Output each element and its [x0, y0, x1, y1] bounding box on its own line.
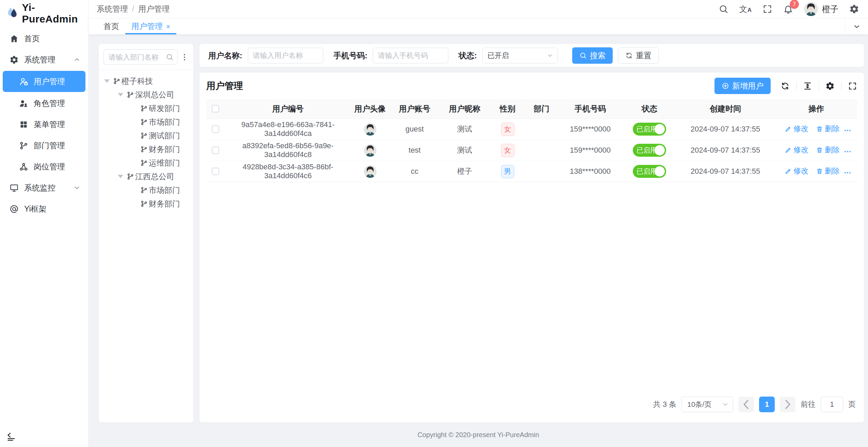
username-input[interactable]: [248, 48, 323, 63]
page-size-value: 10条/页: [687, 400, 711, 409]
row-checkbox[interactable]: [212, 125, 219, 133]
table-row: 9a57a4e8-e196-663a-7841-3a14dd60f4cagues…: [206, 119, 857, 140]
settings-gear-icon[interactable]: [849, 4, 859, 14]
breadcrumb-item[interactable]: 系统管理: [97, 4, 128, 14]
dept-icon: [140, 186, 148, 194]
gender-tag: 女: [501, 123, 514, 136]
add-user-button[interactable]: 新增用户: [714, 78, 771, 94]
tree-node-测试部门[interactable]: 测试部门: [103, 129, 189, 142]
select-all-checkbox[interactable]: [212, 105, 219, 112]
tree-node-深圳总公司[interactable]: 深圳总公司: [103, 88, 189, 102]
user-id-cell: 9a57a4e8-e196-663a-7841-3a14dd60f4ca: [225, 119, 351, 140]
delete-link[interactable]: 删除: [816, 166, 840, 176]
edit-link[interactable]: 修改: [785, 145, 808, 155]
status-toggle[interactable]: 已启用: [633, 123, 666, 136]
sidebar-item-label: 首页: [24, 33, 40, 44]
sidebar-item-系统管理[interactable]: 系统管理: [0, 49, 88, 70]
copyright-text: Copyright © 2020-present Yi-PureAdmin: [417, 431, 539, 439]
row-density-icon[interactable]: [803, 81, 812, 91]
search-icon[interactable]: [719, 4, 728, 14]
collapse-sidebar-icon[interactable]: [6, 431, 16, 442]
edit-link[interactable]: 修改: [785, 166, 808, 176]
tree-node-市场部门[interactable]: 市场部门: [103, 183, 189, 197]
tree-node-市场部门[interactable]: 市场部门: [103, 115, 189, 129]
tree-node-运维部门[interactable]: 运维部门: [103, 156, 189, 170]
tab-user-management[interactable]: 用户管理 ×: [125, 18, 176, 34]
translate-icon[interactable]: 文A: [739, 5, 752, 13]
next-page-button[interactable]: [780, 397, 795, 412]
user-account-cell: test: [389, 140, 440, 161]
sidebar-item-菜单管理[interactable]: 菜单管理: [0, 114, 88, 135]
tree-node-财务部门[interactable]: 财务部门: [103, 197, 189, 211]
tab-home[interactable]: 首页: [97, 18, 125, 34]
column-header-性别: 性别: [489, 99, 526, 119]
toggle-knob: [655, 166, 665, 176]
sidebar-menu: 首页系统管理用户管理角色管理菜单管理部门管理岗位管理系统监控Yi框架: [0, 27, 88, 426]
status-toggle-label: 已启用: [637, 125, 657, 134]
breadcrumb-separator: /: [132, 4, 134, 14]
app-title: Yi-PureAdmin: [22, 2, 88, 25]
edit-link[interactable]: 修改: [785, 124, 808, 134]
sidebar-item-部门管理[interactable]: 部门管理: [0, 135, 88, 156]
user-avatar-cell: [351, 140, 389, 161]
more-actions-icon[interactable]: [843, 126, 852, 135]
status-select[interactable]: 已开启: [482, 48, 558, 63]
phone-input[interactable]: [373, 48, 448, 63]
trash-icon: [816, 147, 823, 154]
refresh-table-icon[interactable]: [781, 81, 790, 91]
page-size-select[interactable]: 10条/页: [681, 397, 733, 412]
notification-bell[interactable]: 7: [783, 4, 793, 14]
edit-label: 修改: [793, 166, 808, 176]
sidebar-item-系统监控[interactable]: 系统监控: [0, 177, 88, 198]
username: 橙子: [822, 4, 838, 15]
more-actions-icon[interactable]: [843, 169, 852, 177]
user-menu[interactable]: 橙子: [804, 2, 838, 16]
more-actions-icon[interactable]: [843, 148, 852, 156]
reset-button[interactable]: 重置: [618, 47, 659, 64]
phone-label: 手机号码:: [334, 50, 368, 61]
table-header-row: 用户编号用户头像用户账号用户昵称性别部门手机号码状态创建时间操作: [206, 99, 857, 119]
sidebar-item-角色管理[interactable]: 角色管理: [0, 93, 88, 114]
breadcrumb-item: 用户管理: [138, 4, 170, 14]
column-settings-icon[interactable]: [825, 81, 835, 91]
search-button[interactable]: 搜索: [572, 47, 613, 64]
tree-node-label: 江西总公司: [135, 171, 174, 182]
sidebar-item-岗位管理[interactable]: 岗位管理: [0, 156, 88, 177]
table-fullscreen-icon[interactable]: [848, 81, 857, 91]
tree-node-研发部门[interactable]: 研发部门: [103, 102, 189, 115]
divider: [99, 70, 193, 70]
delete-link[interactable]: 删除: [816, 145, 840, 155]
tree-node-财务部门[interactable]: 财务部门: [103, 142, 189, 156]
tab-label: 用户管理: [131, 21, 163, 32]
column-header-用户账号: 用户账号: [389, 99, 440, 119]
tree-node-橙子科技[interactable]: 橙子科技: [103, 74, 189, 88]
dept-icon: [140, 145, 148, 153]
row-checkbox[interactable]: [212, 147, 219, 154]
prev-page-button[interactable]: [738, 397, 754, 412]
navbar-actions: 文A 7 橙子: [719, 2, 859, 16]
page-number-button[interactable]: 1: [759, 397, 775, 412]
dept-icon: [140, 132, 148, 139]
tree-node-江西总公司[interactable]: 江西总公司: [103, 170, 189, 183]
sidebar-item-label: 部门管理: [34, 140, 65, 151]
status-toggle[interactable]: 已启用: [633, 165, 666, 178]
fullscreen-icon[interactable]: [762, 4, 772, 14]
row-checkbox[interactable]: [212, 168, 219, 175]
caret-down-icon[interactable]: [118, 175, 123, 178]
tab-label: 首页: [103, 21, 119, 32]
tree-more-icon[interactable]: [180, 53, 189, 61]
tab-list-dropdown[interactable]: [845, 18, 868, 34]
gear-icon: [10, 55, 19, 64]
sidebar-item-用户管理[interactable]: 用户管理: [3, 71, 85, 92]
caret-down-icon[interactable]: [104, 79, 110, 83]
sidebar-item-首页[interactable]: 首页: [0, 28, 88, 49]
page-footer: Copyright © 2020-present Yi-PureAdmin: [89, 422, 868, 447]
goto-page-input[interactable]: [821, 397, 843, 412]
delete-link[interactable]: 删除: [816, 124, 840, 134]
created-time-cell: 2024-09-07 14:37:55: [675, 161, 775, 182]
created-time-cell: 2024-09-07 14:37:55: [675, 140, 775, 161]
sidebar-item-Yi框架[interactable]: Yi框架: [0, 198, 88, 219]
caret-down-icon[interactable]: [118, 93, 123, 96]
status-toggle[interactable]: 已启用: [633, 144, 666, 157]
close-tab-icon[interactable]: ×: [166, 22, 170, 31]
